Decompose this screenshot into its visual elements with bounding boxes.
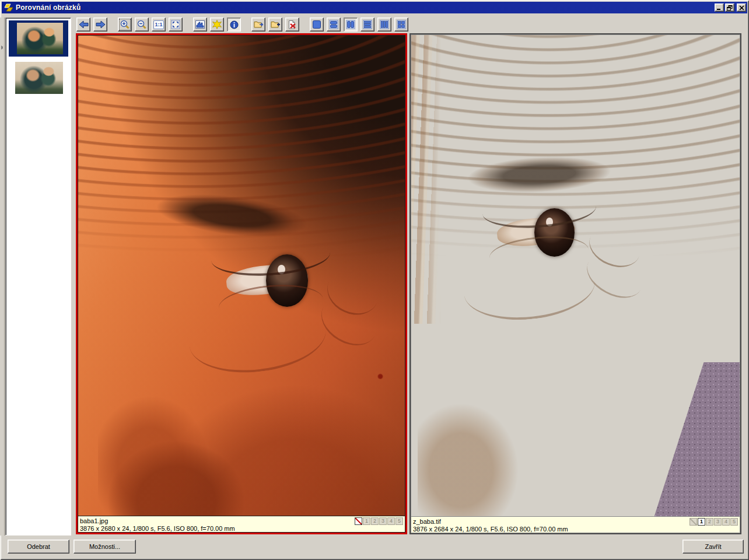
toolbar: 1:1 xyxy=(76,18,408,33)
open-image-folder-icon xyxy=(254,20,264,29)
zoom-level-4-button[interactable]: 4 xyxy=(722,518,730,526)
layout-single-icon xyxy=(312,20,321,29)
zoom-level-1-button[interactable]: 1 xyxy=(698,518,705,526)
zoom-level-3-button[interactable]: 3 xyxy=(714,518,722,526)
layout-two-rows-button[interactable] xyxy=(327,18,341,32)
add-image-button[interactable] xyxy=(268,18,282,32)
nose-shadow xyxy=(98,352,249,516)
restore-button[interactable] xyxy=(725,4,734,12)
remove-button[interactable]: Odebrat xyxy=(8,540,69,554)
image-baba1[interactable] xyxy=(78,36,405,516)
zoom-free-button[interactable] xyxy=(355,517,362,525)
layout-three-rows-button[interactable] xyxy=(360,18,374,32)
image-info-right: 3876 x 2684 x 24, 1/800 s, F5.6, ISO 800… xyxy=(413,526,738,533)
layout-grid-button[interactable] xyxy=(394,18,408,32)
eye xyxy=(209,249,333,312)
previous-arrow-icon xyxy=(79,20,89,29)
remove-image-file-x-icon xyxy=(288,20,297,29)
remove-image-button[interactable] xyxy=(285,18,299,32)
histogram-button[interactable] xyxy=(193,18,207,32)
minimize-button[interactable] xyxy=(715,4,724,12)
fit-to-window-icon xyxy=(171,20,180,29)
eye xyxy=(480,204,598,261)
sidebar-splitter[interactable] xyxy=(0,18,5,536)
layout-three-columns-button[interactable] xyxy=(377,18,391,32)
zoom-level-buttons-left: 1 2 3 4 5 xyxy=(355,517,403,525)
next-image-button[interactable] xyxy=(93,18,107,32)
fit-to-window-button[interactable] xyxy=(169,18,183,32)
layout-three-rows-icon xyxy=(363,20,372,29)
under-eye-fold xyxy=(186,296,330,380)
restore-icon xyxy=(727,5,733,10)
zoom-level-buttons-right: 1 2 3 4 5 xyxy=(690,518,738,526)
zoom-out-button[interactable] xyxy=(135,18,149,32)
close-button[interactable] xyxy=(737,4,746,12)
forehead-wrinkles xyxy=(411,35,740,257)
zoom-level-5-button[interactable]: 5 xyxy=(396,517,403,525)
filename-left: baba1.jpg xyxy=(80,517,355,525)
knitted-sweater xyxy=(654,362,740,516)
open-image-button[interactable] xyxy=(251,18,265,32)
eyebrow xyxy=(128,177,335,254)
window-title: Porovnání obrázků xyxy=(16,4,715,12)
add-image-folder-plus-icon xyxy=(271,20,281,29)
crow-feet-line xyxy=(583,219,646,275)
close-dialog-button[interactable]: Zavřít xyxy=(682,540,744,554)
crow-feet-line xyxy=(580,245,650,307)
image-comparison-window: Porovnání obrázků xyxy=(0,0,749,560)
zoom-out-icon xyxy=(137,20,146,29)
thumbnail-baba1[interactable] xyxy=(17,23,63,54)
show-overexposure-button[interactable] xyxy=(210,18,224,32)
filename-right: z_baba.tif xyxy=(413,518,690,526)
options-button[interactable]: Možnosti... xyxy=(74,540,136,554)
close-icon xyxy=(739,5,744,10)
nose-shadow xyxy=(418,362,562,516)
thumbnail-z-baba[interactable] xyxy=(15,62,63,94)
image-z-baba[interactable] xyxy=(411,35,740,516)
app-icon xyxy=(4,4,13,12)
thumbnail-sidebar xyxy=(5,18,71,536)
eyebrow xyxy=(443,146,635,204)
info-button[interactable] xyxy=(227,18,241,32)
statusbar-right: z_baba.tif 1 2 3 4 5 3876 x 2684 x 24, 1… xyxy=(411,516,740,533)
temple-wrinkles xyxy=(411,35,441,324)
zoom-level-5-button[interactable]: 5 xyxy=(730,518,738,526)
overexposure-star-icon xyxy=(212,20,222,29)
previous-image-button[interactable] xyxy=(76,18,90,32)
crow-feet-line xyxy=(313,288,386,355)
zoom-free-button[interactable] xyxy=(690,518,697,526)
layout-two-columns-icon xyxy=(346,20,355,29)
zoom-level-2-button[interactable]: 2 xyxy=(706,518,713,526)
compare-pane-left: baba1.jpg 1 2 3 4 5 3876 x 2680 x 24, 1/… xyxy=(76,33,407,534)
next-arrow-icon xyxy=(96,20,106,29)
histogram-icon xyxy=(195,20,205,29)
zoom-in-icon xyxy=(120,20,130,29)
zoom-level-2-button[interactable]: 2 xyxy=(371,517,379,525)
under-eye-fold xyxy=(461,250,598,326)
actual-size-button[interactable]: 1:1 xyxy=(152,18,166,32)
thumbnail-image-cool xyxy=(15,62,63,94)
info-icon xyxy=(230,20,239,29)
layout-two-columns-button[interactable] xyxy=(344,18,358,32)
zoom-level-4-button[interactable]: 4 xyxy=(387,517,395,525)
zoom-level-1-button[interactable]: 1 xyxy=(363,517,370,525)
forehead-wrinkles xyxy=(78,36,405,257)
layout-three-columns-icon xyxy=(380,20,389,29)
image-info-left: 3876 x 2680 x 24, 1/800 s, F5.6, ISO 800… xyxy=(80,525,403,532)
layout-grid-2x2-icon xyxy=(397,20,406,29)
titlebar[interactable]: Porovnání obrázků xyxy=(2,2,747,13)
crow-feet-line xyxy=(320,262,385,323)
thumbnail-image-warm xyxy=(17,23,63,54)
statusbar-left: baba1.jpg 1 2 3 4 5 3876 x 2680 x 24, 1/… xyxy=(78,516,405,532)
layout-two-rows-icon xyxy=(329,20,338,29)
layout-single-button[interactable] xyxy=(310,18,324,32)
actual-size-icon: 1:1 xyxy=(153,20,163,29)
minimize-icon xyxy=(716,5,722,10)
zoom-level-3-button[interactable]: 3 xyxy=(379,517,387,525)
zoom-in-button[interactable] xyxy=(118,18,132,32)
compare-pane-right: z_baba.tif 1 2 3 4 5 3876 x 2684 x 24, 1… xyxy=(410,33,741,534)
